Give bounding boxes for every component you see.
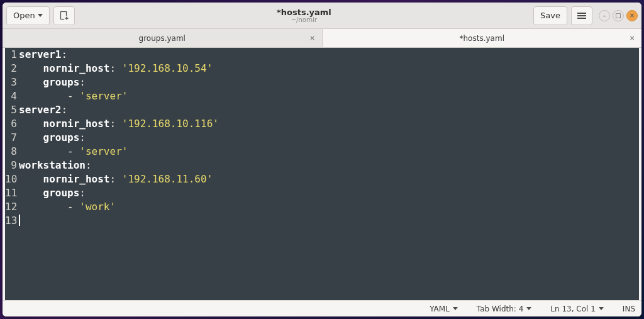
- maximize-button[interactable]: □: [613, 10, 624, 21]
- line-number: 6: [5, 117, 17, 131]
- new-tab-button[interactable]: [53, 6, 75, 25]
- chevron-down-icon: [38, 14, 43, 17]
- tab-groups-yaml[interactable]: groups.yaml ×: [3, 29, 323, 47]
- line-number: 7: [5, 131, 17, 145]
- close-button[interactable]: ×: [626, 10, 638, 21]
- code-line[interactable]: server2:: [19, 103, 639, 117]
- chevron-down-icon: [526, 307, 531, 310]
- status-bar: YAML Tab Width: 4 Ln 13, Col 1 INS: [3, 300, 641, 316]
- language-selector[interactable]: YAML: [430, 305, 458, 313]
- code-line[interactable]: groups:: [19, 76, 639, 89]
- chevron-down-icon: [453, 307, 458, 310]
- code-line[interactable]: - 'work': [19, 200, 639, 214]
- tab-width-selector[interactable]: Tab Width: 4: [477, 305, 531, 313]
- window-subtitle: ~/nornir: [291, 16, 317, 23]
- code-line[interactable]: [19, 214, 639, 228]
- cursor-position-label: Ln 13, Col 1: [550, 305, 596, 313]
- code-line[interactable]: nornir_host: '192.168.10.116': [19, 117, 639, 131]
- insert-mode-indicator[interactable]: INS: [623, 305, 635, 313]
- hamburger-menu-button[interactable]: [571, 6, 592, 25]
- close-icon: ×: [630, 12, 635, 19]
- line-number: 3: [5, 76, 17, 89]
- save-button-label: Save: [540, 11, 560, 20]
- line-number: 1: [5, 48, 17, 62]
- code-line[interactable]: - 'server': [19, 145, 639, 159]
- minimize-button[interactable]: –: [599, 10, 610, 21]
- line-number: 12: [5, 200, 17, 214]
- new-document-icon: [59, 11, 69, 21]
- chevron-down-icon: [599, 307, 604, 310]
- tab-width-label: Tab Width: 4: [477, 305, 523, 313]
- window-title: *hosts.yaml: [277, 8, 331, 17]
- code-line[interactable]: - 'server': [19, 89, 639, 103]
- code-line[interactable]: groups:: [19, 131, 639, 145]
- tab-label: groups.yaml: [139, 34, 186, 43]
- minimize-icon: –: [603, 12, 606, 19]
- save-button[interactable]: Save: [533, 6, 567, 25]
- text-cursor: [19, 215, 20, 226]
- language-label: YAML: [430, 305, 450, 313]
- maximize-icon: □: [615, 12, 621, 19]
- cursor-position[interactable]: Ln 13, Col 1: [550, 305, 604, 313]
- line-number: 8: [5, 145, 17, 159]
- code-content-area[interactable]: server1: nornir_host: '192.168.10.54' gr…: [19, 48, 639, 300]
- tab-hosts-yaml[interactable]: *hosts.yaml ×: [323, 29, 642, 47]
- hamburger-icon: [577, 13, 586, 19]
- line-number: 4: [5, 89, 17, 103]
- line-number: 10: [5, 172, 17, 186]
- code-line[interactable]: server1:: [19, 48, 639, 62]
- open-button-label: Open: [13, 11, 35, 20]
- line-number: 13: [5, 214, 17, 228]
- tab-close-button[interactable]: ×: [628, 34, 636, 43]
- headerbar: Open *hosts.yaml ~/nornir Save: [3, 3, 641, 29]
- code-line[interactable]: workstation:: [19, 159, 639, 172]
- line-number: 5: [5, 103, 17, 117]
- line-number: 2: [5, 62, 17, 76]
- code-line[interactable]: groups:: [19, 186, 639, 200]
- editor-window: Open *hosts.yaml ~/nornir Save: [3, 3, 641, 316]
- insert-mode-label: INS: [623, 305, 635, 313]
- tab-label: *hosts.yaml: [460, 34, 504, 43]
- code-line[interactable]: nornir_host: '192.168.10.54': [19, 62, 639, 76]
- line-number: 9: [5, 159, 17, 172]
- line-number: 11: [5, 186, 17, 200]
- tab-close-button[interactable]: ×: [308, 34, 317, 43]
- tab-bar: groups.yaml × *hosts.yaml ×: [3, 29, 641, 48]
- code-editor[interactable]: 12345678910111213 server1: nornir_host: …: [5, 48, 639, 300]
- open-button[interactable]: Open: [6, 6, 50, 25]
- code-line[interactable]: nornir_host: '192.168.11.60': [19, 172, 639, 186]
- line-number-gutter: 12345678910111213: [5, 48, 19, 300]
